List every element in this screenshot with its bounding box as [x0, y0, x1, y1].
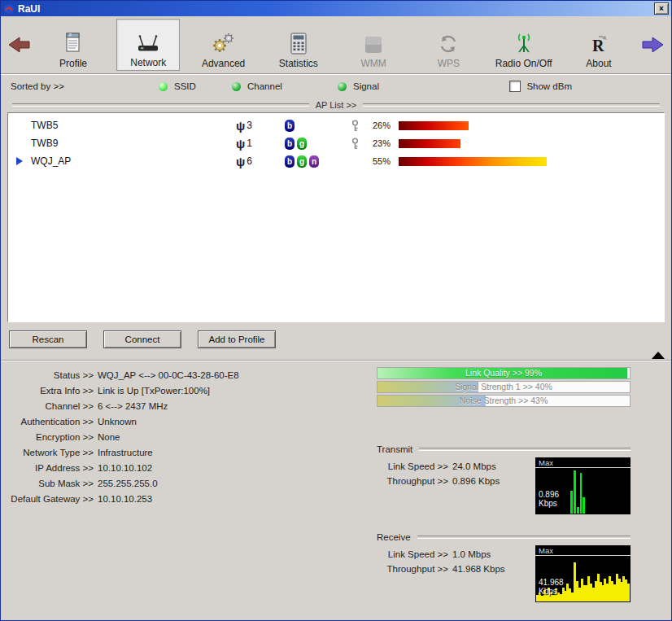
status-label: Sub Mask >>	[2, 479, 94, 488]
show-dbm-label: Show dBm	[526, 81, 572, 91]
back-arrow-icon	[7, 35, 33, 55]
status-value: None	[98, 432, 120, 442]
ap-channel: ψ6	[236, 155, 285, 168]
ap-signal-bar	[399, 139, 664, 148]
receive-chart-value: 41.968Kbps	[539, 578, 564, 596]
toolbar-button-statistics[interactable]: Statistics	[267, 19, 330, 71]
statistics-icon	[289, 29, 308, 55]
signal-strength-bar: Signal Strength 1 >> 40%	[377, 381, 631, 393]
status-value: WQJ_AP <--> 00-0C-43-28-60-E8	[98, 370, 239, 380]
receive-label: Throughput >>	[377, 564, 448, 574]
chart-bar	[627, 584, 630, 601]
transmit-value: 24.0 Mbps	[452, 461, 496, 471]
show-dbm-checkbox[interactable]	[509, 81, 521, 92]
chart-bar	[574, 470, 576, 514]
link-status-column: Link Quality >> 99%Signal Strength 1 >> …	[377, 367, 631, 620]
toolbar-label-statistics: Statistics	[279, 58, 318, 69]
transmit-chart-value: 0.896Kbps	[539, 490, 559, 508]
signal-strength-bar-label: Signal Strength 1 >> 40%	[377, 382, 630, 392]
ap-modes: bg	[285, 138, 351, 150]
forward-arrow-icon	[639, 35, 665, 55]
status-row-authentication: Authentication >>Unknown	[2, 413, 377, 429]
selected-ap-arrow-icon	[16, 157, 23, 165]
toolbar-label-profile: Profile	[59, 58, 87, 69]
key-icon	[351, 138, 359, 150]
toolbar-label-wmm: WMM	[360, 58, 386, 69]
toolbar-label-radio-on-off: Radio On/Off	[495, 58, 552, 69]
status-label: Default Gateway >>	[2, 494, 94, 504]
channel-number: 6	[247, 155, 252, 167]
transmit-chart: Max 0.896Kbps	[535, 457, 631, 514]
receive-label: Link Speed >>	[377, 549, 448, 559]
divider-line	[363, 103, 660, 107]
receive-value: 41.968 Kbps	[452, 564, 505, 574]
ap-row-wqj-ap[interactable]: WQJ_APψ6bgn55%	[8, 152, 664, 170]
mode-b-badge-icon: b	[285, 138, 295, 150]
show-dbm-option[interactable]: Show dBm	[509, 81, 572, 92]
toolbar-button-network[interactable]: Network	[116, 19, 180, 71]
channel-antenna-icon: ψ	[236, 155, 245, 168]
ap-list-title: AP List >>	[316, 100, 357, 110]
transmit-row-throughput: Throughput >>0.896 Kbps	[377, 474, 535, 488]
quality-bars: Link Quality >> 99%Signal Strength 1 >> …	[377, 367, 631, 409]
status-label: Encryption >>	[2, 432, 94, 442]
channel-antenna-icon: ψ	[236, 120, 245, 132]
rescan-button[interactable]: Rescan	[9, 330, 87, 348]
ap-signal-bar	[399, 121, 664, 130]
radio-icon	[514, 29, 534, 55]
status-row-network-type: Network Type >>Infrastructure	[2, 444, 377, 460]
back-arrow-button[interactable]	[4, 20, 35, 70]
forward-arrow-button[interactable]	[637, 20, 668, 70]
transmit-stats: Link Speed >>24.0 MbpsThroughput >>0.896…	[377, 457, 535, 514]
close-button[interactable]: ×	[654, 2, 669, 15]
ap-list-header: AP List >>	[1, 98, 671, 111]
ap-channel: ψ1	[236, 138, 285, 150]
app-icon	[3, 3, 15, 15]
sort-option-signal[interactable]: Signal	[338, 81, 427, 91]
sort-options: SSIDChannelSignal	[159, 81, 427, 91]
status-label: Extra Info >>	[2, 386, 94, 396]
add-to-profile-button[interactable]: Add to Profile	[198, 330, 276, 348]
toolbar-label-advanced: Advanced	[202, 58, 245, 69]
ap-row-twb5[interactable]: TWB5ψ3b26%	[8, 116, 664, 134]
toolbar-button-radio-on-off[interactable]: Radio On/Off	[492, 19, 556, 71]
connect-button[interactable]: Connect	[103, 330, 181, 348]
chart-bar	[583, 497, 585, 514]
toolbar-button-wmm[interactable]: WMM	[342, 19, 405, 71]
status-label: Channel >>	[2, 401, 94, 411]
status-value: Link is Up [TxPower:100%]	[98, 386, 210, 396]
sort-option-ssid[interactable]: SSID	[159, 81, 232, 91]
ap-signal-percent: 23%	[373, 138, 399, 148]
sort-option-label: Channel	[247, 81, 282, 91]
mode-b-badge-icon: b	[285, 155, 295, 168]
radio-led-icon	[338, 82, 347, 91]
transmit-label: Throughput >>	[377, 476, 448, 486]
ap-signal-bar-fill	[399, 121, 469, 130]
status-panel: Status >>WQJ_AP <--> 00-0C-43-28-60-E8Ex…	[1, 361, 671, 620]
sort-option-channel[interactable]: Channel	[232, 81, 338, 91]
mode-b-badge-icon: b	[285, 120, 295, 132]
toolbar-button-about[interactable]: RAbout	[567, 19, 631, 71]
toolbar-label-network: Network	[130, 57, 166, 68]
profile-icon: P	[63, 29, 84, 55]
status-value: Unknown	[98, 417, 137, 426]
ap-modes: b	[285, 120, 351, 132]
status-row-default-gateway: Default Gateway >>10.10.10.253	[2, 491, 377, 506]
sort-bar: Sorted by >> SSIDChannelSignal Show dBm	[1, 74, 671, 98]
toolbar-button-advanced[interactable]: Advanced	[192, 19, 255, 71]
ap-ssid: TWB5	[31, 120, 236, 131]
receive-stats: Link Speed >>1.0 MbpsThroughput >>41.968…	[377, 545, 535, 602]
receive-max-label: Max	[539, 546, 553, 555]
ap-row-twb9[interactable]: TWB9ψ1bg23%	[8, 134, 664, 152]
status-row-extra-info: Extra Info >>Link is Up [TxPower:100%]	[2, 383, 377, 398]
svg-text:P: P	[69, 33, 72, 37]
toolbar-button-profile[interactable]: PProfile	[41, 19, 105, 71]
radio-led-icon	[232, 82, 241, 91]
ap-signal-bar-fill	[399, 157, 547, 166]
channel-number: 1	[247, 138, 252, 149]
divider-line	[419, 448, 631, 451]
status-value: 10.10.10.102	[98, 463, 152, 473]
collapse-panel-arrow-icon[interactable]	[652, 352, 665, 359]
toolbar-button-wps[interactable]: WPS	[417, 19, 480, 71]
status-row-sub-mask: Sub Mask >>255.255.255.0	[2, 475, 377, 491]
